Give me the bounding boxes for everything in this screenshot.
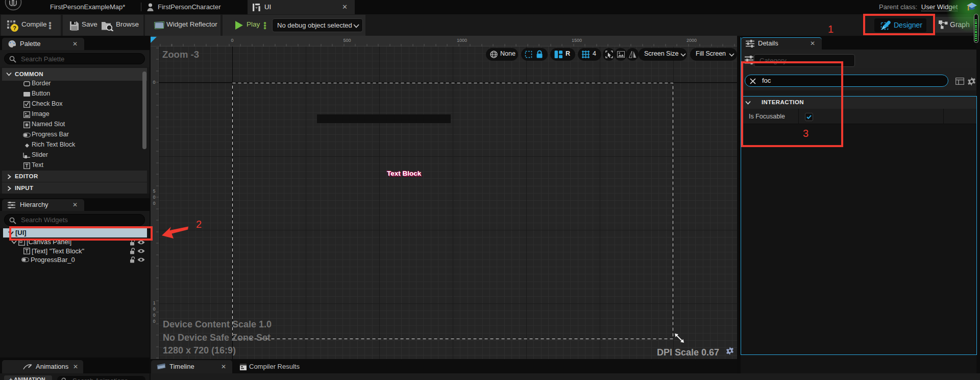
svg-text:?: ?	[13, 25, 16, 31]
